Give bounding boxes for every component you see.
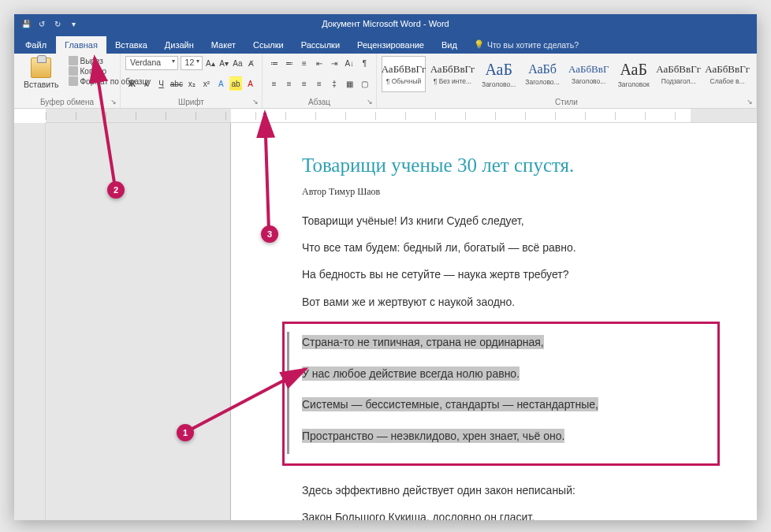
tell-me[interactable]: 💡 Что вы хотите сделать? (474, 39, 579, 54)
style-0[interactable]: АаБбВвГг¶ Обычный (382, 56, 426, 92)
tab-design[interactable]: Дизайн (156, 36, 203, 54)
scissors-icon (69, 56, 78, 65)
style-2[interactable]: АаБЗаголово... (479, 56, 518, 92)
paste-label: Вставить (24, 80, 59, 89)
clipboard-launcher[interactable] (109, 97, 118, 106)
numbering-button[interactable]: ≕ (282, 56, 296, 70)
style-6[interactable]: АаБбВвГгПодзагол... (657, 56, 701, 92)
superscript-button[interactable]: x² (200, 76, 214, 91)
italic-button[interactable]: К (140, 76, 154, 91)
selected-text-region: Страна-то не типичная, страна не ординар… (282, 322, 720, 466)
grow-font-button[interactable]: A▴ (205, 56, 216, 70)
text-effects-button[interactable]: A (214, 76, 228, 91)
bold-button[interactable]: Ж (125, 76, 139, 91)
font-size-select[interactable]: 12 (181, 56, 203, 70)
highlight-button[interactable]: ab (229, 76, 243, 91)
multilevel-button[interactable]: ≡ (297, 56, 311, 70)
redo-icon[interactable]: ↻ (52, 18, 63, 29)
font-color-button[interactable]: A (244, 76, 257, 91)
selected-line: Системы — бессистемные, стандарты — нест… (302, 397, 598, 411)
doc-title: Товарищи ученые 30 лет спустя. (302, 154, 704, 177)
group-clipboard: Вставить Вырез Копиро Формат по образцу … (14, 54, 121, 108)
justify-button[interactable]: ≡ (312, 76, 326, 91)
clipboard-icon (31, 58, 51, 78)
sort-button[interactable]: A↓ (343, 56, 356, 70)
quick-access-toolbar: 💾 ↺ ↻ ▾ (14, 18, 79, 29)
workspace: Товарищи ученые 30 лет спустя. Автор Тим… (14, 123, 757, 520)
change-case-button[interactable]: Aa (232, 56, 243, 70)
increase-indent-button[interactable]: ⇥ (328, 56, 341, 70)
strike-button[interactable]: abc (169, 76, 184, 91)
callout-2: 2 (107, 181, 125, 199)
paragraph-launcher[interactable] (365, 97, 374, 106)
group-styles: АаБбВвГг¶ ОбычныйАаБбВвГг¶ Без инте...Аа… (377, 54, 757, 108)
tab-insert[interactable]: Вставка (106, 36, 156, 54)
shrink-font-button[interactable]: A▾ (218, 56, 229, 70)
style-1[interactable]: АаБбВвГг¶ Без инте... (430, 56, 475, 92)
borders-button[interactable]: ▢ (358, 76, 371, 91)
font-group-label: Шрифт (125, 97, 257, 108)
doc-line: На бедность вы не сетуйте — наука жертв … (302, 267, 704, 281)
doc-line: Вот вами же и жертвуют с наукой заодно. (302, 295, 704, 309)
group-paragraph: ≔ ≕ ≡ ⇤ ⇥ A↓ ¶ ≡ ≡ ≡ ≡ ‡ ▦ ▢ А (263, 54, 377, 108)
qat-more-icon[interactable]: ▾ (68, 18, 79, 29)
paragraph-group-label: Абзац (267, 97, 371, 108)
style-5[interactable]: АаБЗаголовок (616, 56, 652, 92)
ruler-horizontal[interactable] (46, 109, 757, 123)
word-window: 💾 ↺ ↻ ▾ Документ Microsoft Word - Word Ф… (14, 14, 757, 520)
selected-line: Страна-то не типичная, страна не ординар… (302, 335, 544, 349)
title-bar: 💾 ↺ ↻ ▾ Документ Microsoft Word - Word (14, 14, 757, 33)
cut-label: Вырез (80, 57, 103, 65)
doc-author: Автор Тимур Шаов (302, 186, 704, 198)
selected-line: Пространство — неэвклидово, хрен знает, … (302, 429, 564, 443)
tab-mailings[interactable]: Рассылки (292, 36, 348, 54)
subscript-button[interactable]: x₂ (185, 76, 199, 91)
undo-icon[interactable]: ↺ (36, 18, 47, 29)
paste-button[interactable]: Вставить (19, 56, 64, 97)
copy-label: Копиро (80, 67, 107, 76)
callout-3: 3 (261, 225, 278, 243)
callout-1: 1 (177, 424, 194, 441)
tab-layout[interactable]: Макет (203, 36, 244, 54)
tab-review[interactable]: Рецензирование (348, 36, 433, 54)
ribbon: Вставить Вырез Копиро Формат по образцу … (14, 54, 757, 109)
bullets-button[interactable]: ≔ (267, 56, 281, 70)
styles-group-label: Стили (382, 97, 751, 108)
brush-icon (69, 76, 78, 86)
document-page[interactable]: Товарищи ученые 30 лет спустя. Автор Тим… (231, 123, 757, 520)
font-name-select[interactable]: Verdana (125, 56, 178, 70)
tab-references[interactable]: Ссылки (244, 36, 292, 54)
style-3[interactable]: АаБбЗаголово... (523, 56, 561, 92)
group-font: Verdana 12 A▴ A▾ Aa A̸ Ж К Ч abc x₂ x² A… (121, 54, 263, 108)
align-left-button[interactable]: ≡ (267, 76, 281, 91)
window-title: Документ Microsoft Word - Word (322, 19, 449, 28)
clear-format-button[interactable]: A̸ (246, 56, 257, 70)
align-right-button[interactable]: ≡ (297, 76, 311, 91)
decrease-indent-button[interactable]: ⇤ (312, 56, 326, 70)
ruler-vertical[interactable] (14, 123, 46, 520)
tab-home[interactable]: Главная (56, 36, 106, 54)
lightbulb-icon: 💡 (474, 39, 484, 50)
clipboard-group-label: Буфер обмена (19, 97, 115, 108)
tab-file[interactable]: Файл (16, 36, 56, 54)
doc-line: Закон Большого Кукиша, дословно он гласи… (302, 510, 704, 520)
shading-button[interactable]: ▦ (343, 76, 356, 91)
style-7[interactable]: АаБбВвГгСлабое в... (706, 56, 750, 92)
ribbon-tabs: Файл Главная Вставка Дизайн Макет Ссылки… (14, 33, 757, 54)
doc-line: Что все там будем: бедный ли, богатый — … (302, 240, 704, 255)
save-icon[interactable]: 💾 (20, 18, 32, 29)
selected-line: У нас любое действие всегда нолю равно. (302, 366, 520, 381)
doc-line: Здесь эффективно действует один закон не… (302, 483, 704, 497)
font-launcher[interactable] (251, 97, 260, 106)
show-marks-button[interactable]: ¶ (358, 56, 371, 70)
line-spacing-button[interactable]: ‡ (328, 76, 341, 91)
doc-line: Товарищи учёные! Из книги Судеб следует, (302, 214, 704, 228)
style-4[interactable]: АаБбВвГЗаголово... (567, 56, 611, 92)
underline-button[interactable]: Ч (155, 76, 168, 91)
styles-launcher[interactable] (745, 97, 754, 106)
tell-me-label: Что вы хотите сделать? (487, 40, 579, 50)
tab-view[interactable]: Вид (433, 36, 466, 54)
align-center-button[interactable]: ≡ (282, 76, 296, 91)
copy-icon (69, 66, 78, 76)
